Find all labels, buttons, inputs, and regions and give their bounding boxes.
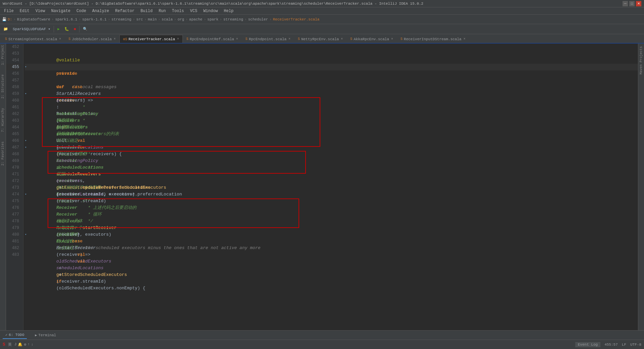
menu-file[interactable]: File — [1, 8, 16, 14]
tab-streamingcontext[interactable]: S StreamingContext.scala × — [1, 35, 65, 43]
tab-close-rpcendpoint[interactable]: × — [288, 37, 290, 41]
nav-bigdata[interactable]: BigDataSoftware — [17, 17, 50, 21]
status-encoding[interactable]: UTF-8 — [630, 343, 641, 347]
menu-run[interactable]: Run — [156, 8, 169, 14]
line-483: 483 — [6, 251, 21, 258]
code-line-465: val scheduledLocations = schedulingPolic… — [25, 131, 638, 137]
line-454: 454 — [6, 57, 21, 64]
tab-label-receiverinputdstream: ReceiverInputDStream.scala — [404, 37, 462, 41]
nav-org[interactable]: org — [177, 17, 184, 21]
toolbar-stop-btn[interactable]: ■ — [72, 26, 77, 32]
panel-maven[interactable]: Maven Projects — [639, 46, 643, 74]
line-470: 470 — [6, 164, 21, 171]
tab-close-akkarpcenv[interactable]: × — [391, 37, 393, 41]
status-icon4[interactable]: ↑ — [28, 342, 30, 347]
nav-streaming[interactable]: streaming — [111, 17, 131, 21]
tab-label-jobscheduler: JobScheduler.scala — [72, 37, 112, 41]
menu-window[interactable]: Window — [201, 8, 220, 14]
code-line-473 — [25, 184, 638, 191]
tab-label-rpcendpoint: RpcEndpoint.scala — [249, 37, 286, 41]
tab-rpcendpointref[interactable]: S RpcEndpointRef.scala × — [183, 35, 242, 43]
left-panel-icons: 1: Project 2: Structure 7: Hierarchy 2: … — [0, 44, 6, 330]
panel-structure[interactable]: 2: Structure — [1, 74, 5, 99]
line-479: 479 — [6, 225, 21, 231]
nav-scala[interactable]: scala — [162, 17, 173, 21]
tabs-bar: S StreamingContext.scala × S JobSchedule… — [0, 34, 644, 44]
code-line-452 — [25, 44, 638, 50]
code-line-454 — [25, 57, 638, 64]
menu-build[interactable]: Build — [138, 8, 155, 14]
code-line-459: ▾ /** — [25, 91, 638, 97]
tab-nettyrpcenv[interactable]: S NettyRpcEnv.scala × — [294, 35, 346, 43]
toolbar-project-label[interactable]: SparkSQLUDFUDAF ▾ — [11, 26, 52, 32]
toolbar-run-btn[interactable]: ▶ — [56, 26, 61, 32]
menu-help[interactable]: Help — [221, 8, 236, 14]
menu-edit[interactable]: Edit — [17, 8, 32, 14]
code-content[interactable]: @volatile private var active : Boolean =… — [23, 44, 638, 330]
code-line-472: receiverPreferredLocations (receiver.str… — [25, 178, 638, 184]
window-controls: ─ □ ✕ — [623, 1, 641, 6]
panel-project[interactable]: 1: Project — [1, 45, 5, 65]
tab-rpcendpoint[interactable]: S RpcEndpoint.scala × — [242, 35, 294, 43]
toolbar-search-btn[interactable]: 🔍 — [82, 26, 89, 32]
tab-receivertracker[interactable]: ⚙S ReceiverTracker.scala × — [119, 35, 183, 43]
code-line-483: val scheduledLocations = if (oldSchedule… — [25, 251, 638, 258]
minimize-button[interactable]: ─ — [623, 1, 628, 6]
code-line-462: * getExecutors 获得集群中的Executors的列表 — [25, 111, 638, 117]
tab-close-rpcendpointref[interactable]: × — [236, 37, 238, 41]
menu-view[interactable]: View — [33, 8, 48, 14]
line-456: 456 — [6, 70, 21, 77]
nav-spark16[interactable]: spark-1.6.1 — [82, 17, 107, 21]
menu-analyze[interactable]: Analyze — [90, 8, 112, 14]
tab-akkarpcenv[interactable]: S AkkaRpcEnv.scala × — [346, 35, 397, 43]
line-458: 458 — [6, 84, 21, 91]
toolbar-sep-1 — [54, 26, 54, 33]
tab-label-rpcendpointref: RpcEndpointRef.scala — [190, 37, 234, 41]
menu-code[interactable]: Code — [74, 8, 89, 14]
status-lf[interactable]: LF — [622, 343, 626, 347]
tab-jobscheduler[interactable]: S JobScheduler.scala × — [65, 35, 119, 43]
tab-close-streamingcontext[interactable]: × — [59, 37, 61, 41]
main-layout: 1: Project 2: Structure 7: Hierarchy 2: … — [0, 44, 644, 330]
nav-apache[interactable]: apache — [189, 17, 203, 21]
close-button[interactable]: ✕ — [636, 1, 641, 6]
nav-main[interactable]: main — [148, 17, 157, 21]
tab-close-nettyrpcenv[interactable]: × — [341, 37, 343, 41]
tab-receiverinputdstream[interactable]: S ReceiverInputDStream.scala × — [397, 35, 469, 43]
menu-vcs[interactable]: VCS — [187, 8, 200, 14]
toolbar: 📁 SparkSQLUDFUDAF ▾ ▶ 🐛 ■ 🔍 — [0, 24, 644, 34]
status-icon5[interactable]: ↓ — [31, 342, 34, 347]
event-log-btn[interactable]: Event Log — [575, 342, 600, 347]
code-line-460: * schedulingPolicy 调度策略 — [25, 97, 638, 104]
tab-terminal[interactable]: ▶ Terminal — [32, 332, 59, 339]
line-464: 464 — [6, 124, 21, 131]
code-line-463: * scheduleReceivers 就可以确定 receiver 可以运行在… — [25, 117, 638, 124]
status-bar: S 英 J 🔔 ⚙ ↑ ↓ Event Log 455:57 LF UTF-8 — [0, 340, 644, 349]
line-481: 481 — [6, 238, 21, 245]
nav-drive[interactable]: 💾 D: — [2, 17, 12, 21]
status-icon1[interactable]: J — [14, 342, 17, 347]
nav-streaming2[interactable]: streaming — [223, 17, 243, 21]
menu-refactor[interactable]: Refactor — [112, 8, 137, 14]
tab-todo[interactable]: ✓ 6: TODO — [3, 332, 27, 339]
status-icon3[interactable]: ⚙ — [24, 342, 26, 347]
nav-spark1[interactable]: spark1.6.1 — [55, 17, 77, 21]
tab-close-receivertracker[interactable]: × — [177, 37, 179, 41]
toolbar-debug-btn[interactable]: 🐛 — [63, 26, 70, 32]
nav-spark[interactable]: spark — [207, 17, 218, 21]
nav-src[interactable]: src — [136, 17, 143, 21]
status-icon2[interactable]: 🔔 — [18, 342, 22, 347]
toolbar-project-icon: 📁 — [2, 26, 9, 32]
tab-close-receiverinputdstream[interactable]: × — [464, 37, 466, 41]
code-line-457: case StartAllReceivers (receivers) => — [25, 77, 638, 84]
title-bar: WordCount - [D:\IdeaProjects\WordCount] … — [0, 0, 644, 7]
nav-receivertracker[interactable]: ReceiverTracker.scala — [273, 17, 320, 21]
nav-scheduler[interactable]: scheduler — [248, 17, 268, 21]
maximize-button[interactable]: □ — [629, 1, 635, 6]
panel-hierarchy[interactable]: 7: Hierarchy — [1, 108, 5, 132]
menu-navigate[interactable]: Navigate — [48, 8, 73, 14]
panel-favorites[interactable]: 2: Favorites — [1, 141, 5, 166]
status-lang[interactable]: 英 — [8, 342, 12, 347]
menu-tools[interactable]: Tools — [169, 8, 187, 14]
tab-close-jobscheduler[interactable]: × — [114, 37, 116, 41]
